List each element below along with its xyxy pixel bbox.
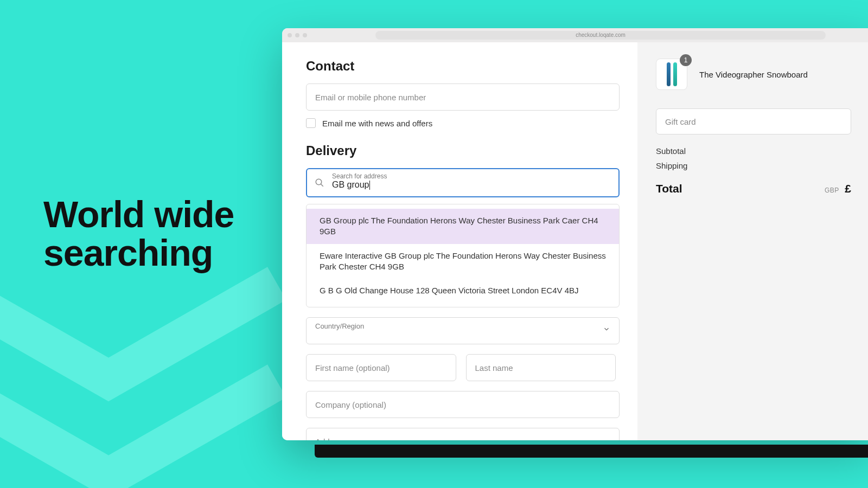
first-name-field[interactable]: First name (optional) xyxy=(306,354,456,381)
product-thumb: 1 xyxy=(656,59,687,90)
marketing-stage: World wide searching checkout.loqate.com… xyxy=(0,0,868,488)
svg-line-1 xyxy=(321,184,323,187)
suggestion-item[interactable]: G B G Old Change House 128 Queen Victori… xyxy=(307,279,619,303)
email-field[interactable]: Email or mobile phone number xyxy=(306,84,620,111)
svg-point-0 xyxy=(316,179,322,185)
hero-line2: searching xyxy=(43,232,213,273)
company-field[interactable]: Company (optional) xyxy=(306,391,620,418)
news-label: Email me with news and offers xyxy=(322,119,432,128)
search-value: GB group xyxy=(332,180,387,190)
country-label: Country/Region xyxy=(315,322,364,330)
shadow-strip xyxy=(315,445,868,458)
delivery-heading: Delivery xyxy=(306,143,616,158)
order-summary: 1 The Videographer Snowboard Gift card S… xyxy=(637,42,868,440)
total-row: Total GBP £ xyxy=(656,182,851,195)
chevron-down-icon xyxy=(603,325,610,333)
subtotal-label: Subtotal xyxy=(656,146,686,156)
hero-line1: World wide xyxy=(43,194,234,235)
email-placeholder: Email or mobile phone number xyxy=(315,93,426,102)
news-checkbox[interactable]: Email me with news and offers xyxy=(306,118,616,128)
snowboard-icon xyxy=(673,62,677,86)
contact-heading: Contact xyxy=(306,59,616,74)
traffic-light-close[interactable] xyxy=(288,33,292,37)
browser-chrome: checkout.loqate.com xyxy=(282,28,868,42)
total-amount: £ xyxy=(845,182,851,195)
subtotal-row: Subtotal xyxy=(656,146,851,156)
address-field[interactable]: Address xyxy=(306,428,620,440)
total-label: Total xyxy=(656,182,682,195)
address-suggestions: GB Group plc The Foundation Herons Way C… xyxy=(306,204,620,307)
checkbox-box xyxy=(306,118,316,128)
text-caret xyxy=(369,181,370,190)
url-bar[interactable]: checkout.loqate.com xyxy=(375,31,826,40)
checkout-app: Contact Email or mobile phone number Ema… xyxy=(282,42,868,440)
search-icon xyxy=(315,178,324,188)
giftcard-input[interactable]: Gift card xyxy=(656,108,851,134)
traffic-light-max[interactable] xyxy=(303,33,307,37)
country-select[interactable]: Country/Region xyxy=(306,317,620,344)
traffic-light-min[interactable] xyxy=(295,33,299,37)
address-search-input[interactable]: Search for address GB group xyxy=(306,168,620,197)
snowboard-icon xyxy=(667,62,671,86)
shipping-label: Shipping xyxy=(656,161,687,170)
checkout-form: Contact Email or mobile phone number Ema… xyxy=(282,42,637,440)
hero-text: World wide searching xyxy=(43,195,234,273)
suggestion-item[interactable]: Eware Interactive GB Group plc The Found… xyxy=(307,244,619,279)
browser-window: checkout.loqate.com Contact Email or mob… xyxy=(282,28,868,440)
currency-code: GBP xyxy=(825,187,839,194)
search-floating-label: Search for address xyxy=(332,172,387,180)
suggestion-item[interactable]: GB Group plc The Foundation Herons Way C… xyxy=(307,209,619,244)
product-name: The Videographer Snowboard xyxy=(699,70,808,79)
chevron-bg-icon xyxy=(0,260,304,488)
last-name-field[interactable]: Last name xyxy=(466,354,616,381)
qty-badge: 1 xyxy=(680,54,692,66)
cart-item: 1 The Videographer Snowboard xyxy=(656,59,868,90)
shipping-row: Shipping xyxy=(656,161,851,170)
